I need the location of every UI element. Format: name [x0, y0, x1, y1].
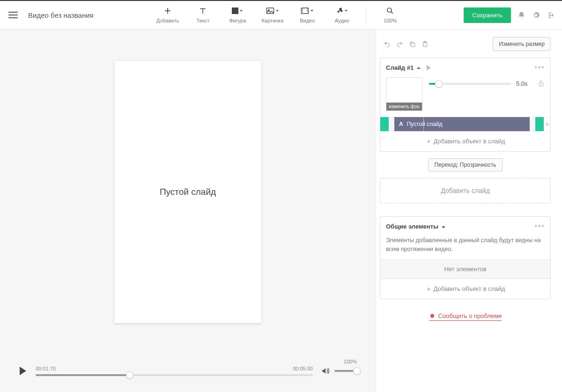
audio-icon	[336, 6, 348, 16]
video-icon	[301, 6, 314, 16]
plus-icon	[163, 6, 172, 16]
svg-rect-6	[302, 10, 303, 11]
zoom-value: 100%	[384, 18, 397, 23]
svg-line-13	[391, 12, 393, 14]
chevron-up-icon[interactable]	[416, 66, 421, 70]
tool-audio[interactable]: Аудио	[331, 6, 353, 23]
common-menu-dots[interactable]: •••	[534, 222, 545, 231]
timeline-grip-icon[interactable]: ≡	[544, 117, 550, 131]
svg-rect-5	[302, 9, 303, 10]
timeline-item-label: Пустой слайд	[407, 121, 443, 127]
tool-video[interactable]: Видео	[296, 6, 318, 23]
tool-shape-label: Фигура	[229, 18, 246, 23]
play-button[interactable]	[19, 366, 27, 376]
plus-icon: ＋	[426, 285, 432, 292]
project-title[interactable]: Видео без названия	[28, 11, 94, 19]
zoom-control[interactable]: 100%	[379, 6, 401, 23]
svg-rect-7	[302, 12, 303, 13]
tool-text[interactable]: Текст	[192, 6, 214, 23]
volume-slider[interactable]	[334, 370, 357, 372]
report-problem-link[interactable]: Сообщить о проблеме	[429, 312, 502, 321]
duration-slider[interactable]	[429, 83, 511, 85]
volume-value: 100%	[344, 359, 357, 364]
svg-point-12	[387, 8, 392, 12]
sidebar: Изменить размер Слайд #1 ••• изменить фо…	[376, 30, 562, 392]
paste-icon[interactable]	[422, 41, 429, 48]
player-bar: 00:01:70 00:05:00 100%	[0, 355, 376, 392]
tool-video-label: Видео	[300, 18, 315, 23]
svg-rect-8	[307, 9, 308, 10]
common-title: Общие элементы	[386, 223, 438, 230]
resize-button[interactable]: Изменить размер	[493, 37, 551, 51]
plus-icon: ＋	[426, 138, 432, 145]
svg-rect-17	[539, 83, 543, 86]
chevron-up-icon[interactable]	[441, 224, 446, 229]
image-icon	[266, 6, 279, 16]
time-current: 00:01:70	[36, 366, 56, 371]
text-icon	[199, 6, 207, 16]
tool-add[interactable]: Добавить	[156, 6, 179, 23]
progress-slider[interactable]	[36, 374, 313, 376]
time-total: 00:05:00	[293, 366, 313, 371]
slide-panel: Слайд #1 ••• изменить фон 5.0s	[380, 58, 551, 152]
gear-icon[interactable]	[532, 11, 540, 19]
slide-thumbnail-label: изменить фон	[386, 103, 422, 111]
tool-audio-label: Аудио	[335, 18, 349, 23]
add-object-button[interactable]: ＋Добавить объект в слайд	[380, 131, 550, 151]
svg-rect-9	[307, 10, 308, 11]
bell-icon[interactable]	[518, 11, 525, 19]
tool-image[interactable]: Картинка	[261, 6, 283, 23]
add-slide-button[interactable]: Добавить слайд	[380, 178, 551, 203]
add-common-object-button[interactable]: ＋Добавить объект в слайд	[380, 279, 550, 299]
save-button[interactable]: Сохранить	[464, 7, 511, 23]
tool-add-label: Добавить	[156, 18, 179, 23]
topbar: Видео без названия Добавить Текст Фигура	[0, 1, 562, 30]
svg-rect-14	[411, 43, 415, 47]
toolbar-divider	[366, 7, 366, 24]
canvas-slide[interactable]: Пустой слайд	[114, 61, 261, 323]
bug-icon	[429, 312, 436, 319]
volume-icon[interactable]	[321, 367, 330, 375]
tool-shape[interactable]: Фигура	[227, 6, 248, 23]
play-slide-icon[interactable]	[426, 65, 432, 71]
search-icon	[386, 6, 394, 16]
common-empty-state: Нет элементов	[380, 259, 550, 279]
transition-button[interactable]: Переход: Прозрачность	[428, 158, 502, 171]
canvas-placeholder-text: Пустой слайд	[160, 187, 216, 197]
common-description: Элементы добавленные в данный слайд буду…	[380, 236, 550, 259]
svg-point-11	[341, 10, 343, 12]
slide-title: Слайд #1	[386, 64, 414, 71]
timeline-track[interactable]: A Пустой слайд	[380, 117, 544, 131]
logout-icon[interactable]	[547, 11, 555, 19]
redo-icon[interactable]	[396, 41, 403, 48]
common-elements-panel: Общие элементы ••• Элементы добавленные …	[380, 216, 551, 299]
slide-thumbnail[interactable]: изменить фон	[386, 77, 422, 111]
lock-icon[interactable]	[538, 80, 545, 87]
tool-text-label: Текст	[197, 18, 210, 23]
tool-image-label: Картинка	[261, 18, 283, 23]
menu-button[interactable]	[7, 9, 19, 21]
duration-value: 5.0s	[516, 80, 533, 87]
canvas-area: Пустой слайд 00:01:70 00:05:00 100%	[0, 30, 376, 392]
svg-rect-10	[307, 12, 308, 13]
slide-menu-dots[interactable]: •••	[534, 63, 545, 73]
undo-icon[interactable]	[384, 41, 391, 48]
text-element-icon: A	[399, 121, 403, 127]
copy-icon[interactable]	[409, 41, 416, 48]
shape-icon	[232, 6, 243, 16]
